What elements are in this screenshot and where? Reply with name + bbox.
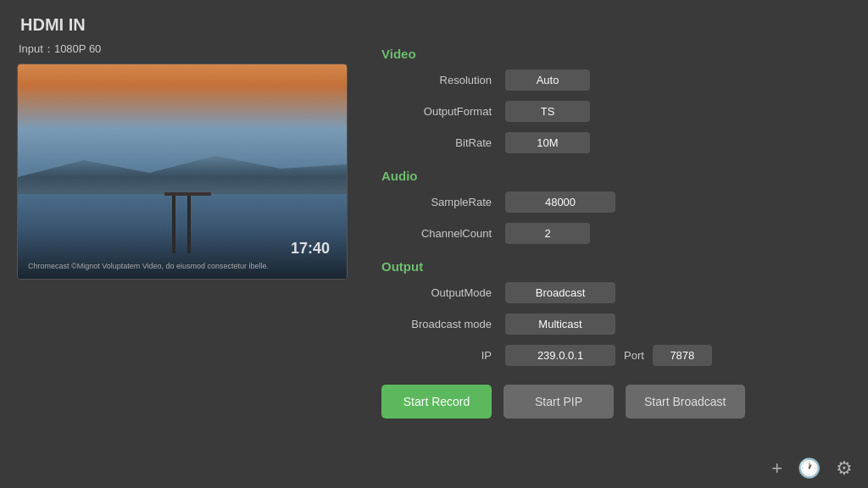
preview-dock [157,186,208,253]
bottom-bar: + 🕐 ⚙ [771,458,853,480]
buttons-row: Start Record Start PIP Start Broadcast [381,385,851,419]
ip-input[interactable] [505,345,615,366]
bitrate-label: BitRate [381,136,492,149]
bitrate-row: BitRate [381,132,851,153]
clock-icon[interactable]: 🕐 [798,458,821,480]
channel-count-row: ChannelCount [381,223,851,244]
output-mode-row: OutputMode [381,282,851,303]
preview-time: 17:40 [291,240,330,258]
app-title: HDMI IN [0,0,868,42]
preview-watermark: Chromecast ©Mignot Voluptatem Video, do … [28,262,269,270]
sample-rate-input[interactable] [505,191,615,213]
output-format-row: OutputFormat [381,101,851,122]
start-pip-button[interactable]: Start PIP [504,385,614,419]
dock-pole-right [187,194,191,253]
output-format-input[interactable] [505,101,590,122]
output-format-label: OutputFormat [381,105,492,118]
start-record-button[interactable]: Start Record [381,385,492,419]
video-section-title: Video [381,47,851,61]
broadcast-mode-input[interactable] [505,313,615,335]
sample-rate-label: SampleRate [381,196,492,208]
resolution-row: Resolution [381,69,851,91]
dock-pole-left [172,194,175,253]
resolution-label: Resolution [381,74,492,86]
sample-rate-row: SampleRate [381,191,851,213]
output-mode-input[interactable] [505,282,615,303]
bitrate-input[interactable] [505,132,590,153]
broadcast-mode-label: Broadcast mode [381,318,492,330]
ip-label: IP [381,349,492,362]
output-section-title: Output [381,259,851,274]
port-input[interactable] [653,345,712,366]
left-panel: Input：1080P 60 17:40 Chromecast ©Mignot … [17,42,356,419]
preview-box: 17:40 Chromecast ©Mignot Voluptatem Vide… [17,64,348,280]
gear-icon[interactable]: ⚙ [836,458,853,480]
resolution-input[interactable] [505,69,590,91]
port-label: Port [624,349,644,362]
broadcast-mode-row: Broadcast mode [381,313,851,335]
audio-section-title: Audio [381,169,851,183]
input-label: Input：1080P 60 [17,42,356,57]
start-broadcast-button[interactable]: Start Broadcast [626,385,745,419]
output-mode-label: OutputMode [381,286,492,299]
ip-port-row: IP Port [381,345,851,366]
channel-count-input[interactable] [505,223,590,244]
add-icon[interactable]: + [771,458,782,480]
right-panel: Video Resolution OutputFormat BitRate Au… [381,42,851,419]
dock-platform [164,192,211,196]
channel-count-label: ChannelCount [381,227,492,240]
